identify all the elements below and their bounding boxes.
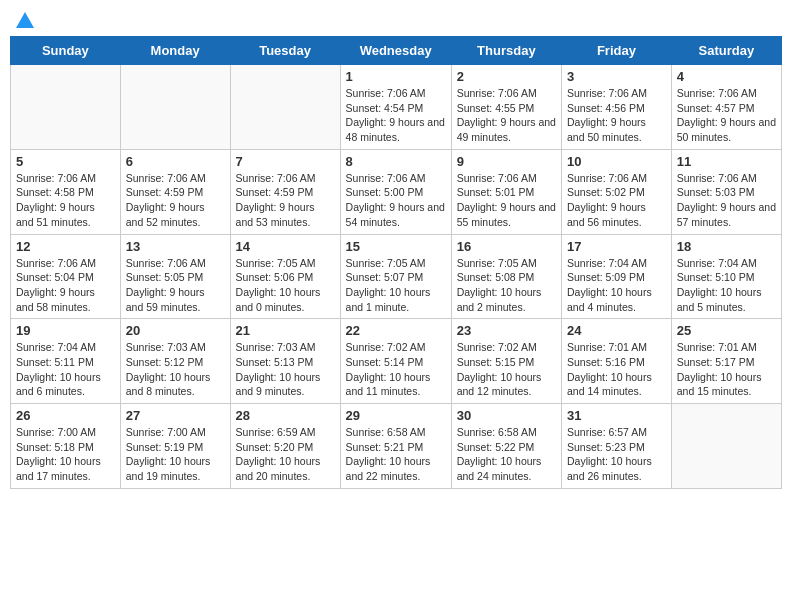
date-number: 20 <box>126 323 225 338</box>
weekday-header-row: SundayMondayTuesdayWednesdayThursdayFrid… <box>11 37 782 65</box>
cell-info: Sunrise: 6:57 AM Sunset: 5:23 PM Dayligh… <box>567 425 666 484</box>
calendar-cell: 4Sunrise: 7:06 AM Sunset: 4:57 PM Daylig… <box>671 65 781 150</box>
cell-info: Sunrise: 7:01 AM Sunset: 5:17 PM Dayligh… <box>677 340 776 399</box>
cell-info: Sunrise: 7:03 AM Sunset: 5:13 PM Dayligh… <box>236 340 335 399</box>
cell-info: Sunrise: 7:06 AM Sunset: 5:02 PM Dayligh… <box>567 171 666 230</box>
calendar-cell <box>11 65 121 150</box>
date-number: 26 <box>16 408 115 423</box>
calendar-cell: 28Sunrise: 6:59 AM Sunset: 5:20 PM Dayli… <box>230 404 340 489</box>
cell-info: Sunrise: 7:06 AM Sunset: 4:55 PM Dayligh… <box>457 86 556 145</box>
calendar-cell: 17Sunrise: 7:04 AM Sunset: 5:09 PM Dayli… <box>562 234 672 319</box>
calendar-cell <box>120 65 230 150</box>
calendar-week-row: 12Sunrise: 7:06 AM Sunset: 5:04 PM Dayli… <box>11 234 782 319</box>
cell-info: Sunrise: 7:06 AM Sunset: 5:01 PM Dayligh… <box>457 171 556 230</box>
date-number: 7 <box>236 154 335 169</box>
date-number: 6 <box>126 154 225 169</box>
cell-info: Sunrise: 7:04 AM Sunset: 5:11 PM Dayligh… <box>16 340 115 399</box>
calendar-cell: 20Sunrise: 7:03 AM Sunset: 5:12 PM Dayli… <box>120 319 230 404</box>
calendar-cell <box>671 404 781 489</box>
date-number: 1 <box>346 69 446 84</box>
cell-info: Sunrise: 6:58 AM Sunset: 5:21 PM Dayligh… <box>346 425 446 484</box>
cell-info: Sunrise: 7:02 AM Sunset: 5:15 PM Dayligh… <box>457 340 556 399</box>
calendar-week-row: 19Sunrise: 7:04 AM Sunset: 5:11 PM Dayli… <box>11 319 782 404</box>
cell-info: Sunrise: 7:05 AM Sunset: 5:08 PM Dayligh… <box>457 256 556 315</box>
calendar-cell: 12Sunrise: 7:06 AM Sunset: 5:04 PM Dayli… <box>11 234 121 319</box>
calendar-cell: 18Sunrise: 7:04 AM Sunset: 5:10 PM Dayli… <box>671 234 781 319</box>
cell-info: Sunrise: 6:58 AM Sunset: 5:22 PM Dayligh… <box>457 425 556 484</box>
weekday-header: Friday <box>562 37 672 65</box>
date-number: 18 <box>677 239 776 254</box>
cell-info: Sunrise: 7:06 AM Sunset: 4:56 PM Dayligh… <box>567 86 666 145</box>
calendar-cell: 27Sunrise: 7:00 AM Sunset: 5:19 PM Dayli… <box>120 404 230 489</box>
cell-info: Sunrise: 7:06 AM Sunset: 5:05 PM Dayligh… <box>126 256 225 315</box>
calendar-cell: 15Sunrise: 7:05 AM Sunset: 5:07 PM Dayli… <box>340 234 451 319</box>
cell-info: Sunrise: 7:06 AM Sunset: 5:00 PM Dayligh… <box>346 171 446 230</box>
weekday-header: Tuesday <box>230 37 340 65</box>
date-number: 4 <box>677 69 776 84</box>
calendar-week-row: 5Sunrise: 7:06 AM Sunset: 4:58 PM Daylig… <box>11 149 782 234</box>
calendar-cell: 22Sunrise: 7:02 AM Sunset: 5:14 PM Dayli… <box>340 319 451 404</box>
calendar-cell: 25Sunrise: 7:01 AM Sunset: 5:17 PM Dayli… <box>671 319 781 404</box>
cell-info: Sunrise: 7:03 AM Sunset: 5:12 PM Dayligh… <box>126 340 225 399</box>
calendar-cell: 24Sunrise: 7:01 AM Sunset: 5:16 PM Dayli… <box>562 319 672 404</box>
logo-icon <box>14 10 36 32</box>
calendar-cell: 5Sunrise: 7:06 AM Sunset: 4:58 PM Daylig… <box>11 149 121 234</box>
calendar-cell: 8Sunrise: 7:06 AM Sunset: 5:00 PM Daylig… <box>340 149 451 234</box>
cell-info: Sunrise: 7:05 AM Sunset: 5:07 PM Dayligh… <box>346 256 446 315</box>
calendar-cell: 10Sunrise: 7:06 AM Sunset: 5:02 PM Dayli… <box>562 149 672 234</box>
date-number: 24 <box>567 323 666 338</box>
calendar-week-row: 26Sunrise: 7:00 AM Sunset: 5:18 PM Dayli… <box>11 404 782 489</box>
weekday-header: Monday <box>120 37 230 65</box>
date-number: 3 <box>567 69 666 84</box>
cell-info: Sunrise: 7:00 AM Sunset: 5:19 PM Dayligh… <box>126 425 225 484</box>
calendar-cell: 13Sunrise: 7:06 AM Sunset: 5:05 PM Dayli… <box>120 234 230 319</box>
calendar-table: SundayMondayTuesdayWednesdayThursdayFrid… <box>10 36 782 489</box>
logo <box>14 10 36 28</box>
cell-info: Sunrise: 7:02 AM Sunset: 5:14 PM Dayligh… <box>346 340 446 399</box>
calendar-cell: 16Sunrise: 7:05 AM Sunset: 5:08 PM Dayli… <box>451 234 561 319</box>
calendar-cell: 23Sunrise: 7:02 AM Sunset: 5:15 PM Dayli… <box>451 319 561 404</box>
date-number: 8 <box>346 154 446 169</box>
date-number: 30 <box>457 408 556 423</box>
cell-info: Sunrise: 7:06 AM Sunset: 5:04 PM Dayligh… <box>16 256 115 315</box>
calendar-cell: 26Sunrise: 7:00 AM Sunset: 5:18 PM Dayli… <box>11 404 121 489</box>
date-number: 21 <box>236 323 335 338</box>
date-number: 2 <box>457 69 556 84</box>
date-number: 15 <box>346 239 446 254</box>
svg-marker-0 <box>16 12 34 28</box>
cell-info: Sunrise: 7:05 AM Sunset: 5:06 PM Dayligh… <box>236 256 335 315</box>
date-number: 23 <box>457 323 556 338</box>
date-number: 17 <box>567 239 666 254</box>
calendar-cell: 29Sunrise: 6:58 AM Sunset: 5:21 PM Dayli… <box>340 404 451 489</box>
weekday-header: Saturday <box>671 37 781 65</box>
calendar-cell <box>230 65 340 150</box>
cell-info: Sunrise: 7:06 AM Sunset: 4:59 PM Dayligh… <box>236 171 335 230</box>
date-number: 27 <box>126 408 225 423</box>
date-number: 28 <box>236 408 335 423</box>
date-number: 5 <box>16 154 115 169</box>
date-number: 14 <box>236 239 335 254</box>
calendar-week-row: 1Sunrise: 7:06 AM Sunset: 4:54 PM Daylig… <box>11 65 782 150</box>
date-number: 12 <box>16 239 115 254</box>
calendar-cell: 14Sunrise: 7:05 AM Sunset: 5:06 PM Dayli… <box>230 234 340 319</box>
page-header <box>10 10 782 28</box>
calendar-cell: 6Sunrise: 7:06 AM Sunset: 4:59 PM Daylig… <box>120 149 230 234</box>
date-number: 9 <box>457 154 556 169</box>
date-number: 10 <box>567 154 666 169</box>
date-number: 13 <box>126 239 225 254</box>
weekday-header: Thursday <box>451 37 561 65</box>
calendar-cell: 9Sunrise: 7:06 AM Sunset: 5:01 PM Daylig… <box>451 149 561 234</box>
calendar-cell: 30Sunrise: 6:58 AM Sunset: 5:22 PM Dayli… <box>451 404 561 489</box>
weekday-header: Wednesday <box>340 37 451 65</box>
cell-info: Sunrise: 7:04 AM Sunset: 5:10 PM Dayligh… <box>677 256 776 315</box>
calendar-cell: 3Sunrise: 7:06 AM Sunset: 4:56 PM Daylig… <box>562 65 672 150</box>
cell-info: Sunrise: 6:59 AM Sunset: 5:20 PM Dayligh… <box>236 425 335 484</box>
calendar-cell: 19Sunrise: 7:04 AM Sunset: 5:11 PM Dayli… <box>11 319 121 404</box>
date-number: 29 <box>346 408 446 423</box>
cell-info: Sunrise: 7:00 AM Sunset: 5:18 PM Dayligh… <box>16 425 115 484</box>
calendar-cell: 31Sunrise: 6:57 AM Sunset: 5:23 PM Dayli… <box>562 404 672 489</box>
cell-info: Sunrise: 7:06 AM Sunset: 4:54 PM Dayligh… <box>346 86 446 145</box>
date-number: 25 <box>677 323 776 338</box>
date-number: 31 <box>567 408 666 423</box>
calendar-cell: 7Sunrise: 7:06 AM Sunset: 4:59 PM Daylig… <box>230 149 340 234</box>
